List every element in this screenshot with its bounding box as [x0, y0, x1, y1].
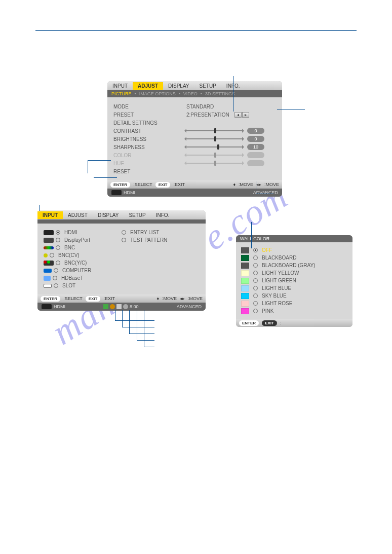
subtab-bar-empty: [37, 219, 206, 224]
preset-arrows[interactable]: ◂▸: [234, 112, 249, 118]
input-test-pattern[interactable]: TEST PATTERN: [122, 236, 200, 244]
brightness-slider[interactable]: [186, 136, 242, 141]
brightness-value: 0: [247, 136, 264, 142]
input-col-left: HDMI DisplayPort BNC BNC(CV) BNC(Y/C) CO…: [44, 229, 122, 289]
color-value: [247, 152, 264, 158]
radio-icon: [56, 261, 60, 265]
reset-label[interactable]: RESET: [113, 169, 184, 174]
color-label: LIGHT GREEN: [262, 278, 296, 283]
input-label: BNC: [64, 245, 75, 250]
color-slider: [186, 153, 242, 158]
adjust-content: MODESTANDARD PRESET2:PRESENTATION ◂▸ DET…: [107, 97, 282, 180]
radio-icon: [253, 309, 258, 313]
leader-line: [233, 76, 233, 112]
radio-icon: [56, 230, 60, 235]
input-label: DisplayPort: [64, 237, 90, 243]
leader-line: [129, 334, 154, 334]
color-blackboard[interactable]: BLACKBOARD: [241, 254, 347, 262]
subtab-video[interactable]: VIDEO: [183, 91, 198, 96]
radio-icon: [253, 263, 258, 268]
leader-line: [122, 327, 154, 327]
tab-display[interactable]: DISPLAY: [93, 211, 124, 219]
input-slot[interactable]: SLOT: [44, 282, 122, 289]
color-blackboard-gray[interactable]: BLACKBOARD (GRAY): [241, 262, 347, 269]
footer-source: HDMI: [54, 304, 65, 309]
tab-input[interactable]: INPUT: [107, 82, 133, 90]
sharpness-slider[interactable]: [186, 144, 242, 150]
contrast-label: CONTRAST: [113, 128, 184, 134]
bnc-icon: [44, 246, 54, 249]
radio-icon: [54, 283, 58, 288]
arrow-right-icon[interactable]: ▸: [242, 112, 249, 118]
input-entry-list[interactable]: ENTRY LIST: [122, 229, 200, 236]
leader-line: [88, 160, 111, 161]
input-computer[interactable]: COMPUTER: [44, 267, 122, 274]
swatch-icon: [241, 301, 249, 307]
tab-setup[interactable]: SETUP: [194, 82, 221, 90]
displayport-icon: [44, 238, 54, 243]
leader-line: [256, 181, 256, 194]
color-sky-blue[interactable]: SKY BLUE: [241, 292, 347, 300]
tab-adjust[interactable]: ADJUST: [63, 211, 93, 219]
swatch-icon: [241, 247, 249, 253]
tab-info[interactable]: INFO.: [151, 211, 175, 219]
input-label: TEST PATTERN: [130, 237, 167, 243]
move-hint1: :MOVE: [239, 182, 253, 187]
exit-key: EXIT: [262, 320, 277, 326]
subtab-picture[interactable]: PICTURE: [111, 91, 132, 96]
color-light-green[interactable]: LIGHT GREEN: [241, 277, 347, 284]
mode-value[interactable]: STANDARD: [186, 104, 214, 109]
exit-hint: :EXIT: [103, 296, 115, 301]
exit-hint: :EXIT: [173, 182, 185, 187]
color-label: PINK: [262, 308, 273, 314]
input-displayport[interactable]: DisplayPort: [44, 236, 122, 244]
hue-value: [247, 160, 264, 166]
exit-key: EXIT: [155, 182, 171, 188]
input-hdbaset[interactable]: HDBaseT: [44, 274, 122, 282]
leader-line: [256, 194, 273, 194]
color-light-blue[interactable]: LIGHT BLUE: [241, 284, 347, 292]
preset-value[interactable]: 2:PRESENTATION: [186, 112, 229, 118]
leader-line: [94, 177, 117, 178]
input-bnc-cv[interactable]: BNC(CV): [44, 251, 122, 259]
sharpness-value: 10: [247, 144, 264, 150]
color-off[interactable]: OFF: [241, 246, 347, 254]
radio-icon: [253, 301, 258, 306]
color-light-rose[interactable]: LIGHT ROSE: [241, 300, 347, 307]
radio-icon: [122, 230, 126, 235]
input-col-right: ENTRY LIST TEST PATTERN: [122, 229, 200, 289]
tab-adjust[interactable]: ADJUST: [133, 82, 163, 90]
radio-icon: [122, 238, 126, 242]
tab-setup[interactable]: SETUP: [124, 211, 150, 219]
enter-key: ENTER: [110, 182, 130, 188]
leader-line: [129, 310, 130, 334]
leader-line: [137, 340, 154, 341]
swatch-icon: [241, 263, 249, 269]
enter-key: ENTER: [239, 320, 259, 326]
subtab-image-options[interactable]: IMAGE OPTIONS: [139, 91, 176, 96]
input-bnc[interactable]: BNC: [44, 244, 122, 251]
computer-icon: [44, 269, 52, 273]
hdmi-icon: [42, 304, 52, 309]
tab-input[interactable]: INPUT: [37, 211, 63, 219]
input-bnc-yc[interactable]: BNC(Y/C): [44, 259, 122, 267]
mode-label: MODE: [113, 104, 184, 109]
input-hdmi[interactable]: HDMI: [44, 229, 122, 236]
status-icons: 8:00: [103, 304, 139, 309]
panel-footer: HDMI 8:00 ADVANCED: [37, 303, 206, 311]
tab-display[interactable]: DISPLAY: [163, 82, 194, 90]
swatch-icon: [241, 270, 249, 276]
select-hint: :SELECT: [63, 296, 83, 301]
arrow-left-icon[interactable]: ◂: [234, 112, 242, 118]
preset-label: PRESET: [113, 112, 184, 118]
input-label: BNC(Y/C): [64, 260, 87, 266]
exit-key: EXIT: [86, 296, 101, 302]
subtab-3d[interactable]: 3D SETTINGS: [205, 91, 235, 96]
wall-color-content: OFF BLACKBOARD BLACKBOARD (GRAY) LIGHT Y…: [236, 242, 352, 319]
leader-line: [115, 320, 154, 321]
footer-time: 8:00: [130, 304, 139, 309]
contrast-slider[interactable]: [186, 128, 242, 133]
color-pink[interactable]: PINK: [241, 307, 347, 315]
color-light-yellow[interactable]: LIGHT YELLOW: [241, 269, 347, 277]
detail-settings-label[interactable]: DETAIL SETTINGS: [113, 120, 184, 126]
